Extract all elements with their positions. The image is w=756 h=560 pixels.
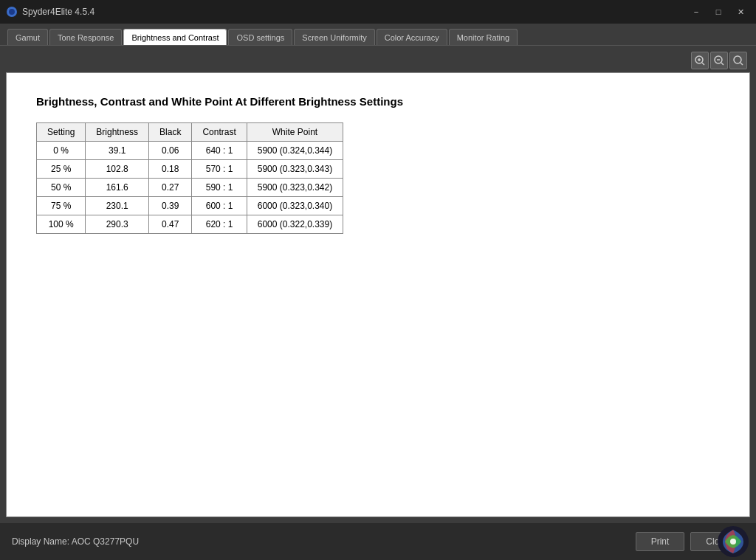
table-cell: 640 : 1 — [192, 142, 247, 160]
table-cell: 75 % — [37, 197, 86, 215]
table-body: 0 %39.10.06640 : 15900 (0.324,0.344)25 %… — [37, 142, 343, 234]
content-panel[interactable]: Brightness, Contrast and White Point At … — [6, 72, 750, 517]
app-icon — [6, 6, 18, 18]
spyder-logo — [718, 526, 749, 557]
svg-line-10 — [740, 63, 743, 65]
zoom-out-button[interactable] — [710, 52, 728, 69]
maximize-button[interactable]: □ — [709, 4, 728, 19]
zoom-fit-button[interactable] — [729, 52, 747, 69]
table-cell: 100 % — [37, 215, 86, 234]
table-cell: 5900 (0.323,0.343) — [247, 160, 343, 179]
tab-color-accuracy[interactable]: Color Accuracy — [377, 29, 447, 45]
table-cell: 5900 (0.324,0.344) — [247, 142, 343, 160]
table-cell: 25 % — [37, 160, 86, 179]
table-header: SettingBrightnessBlackContrastWhite Poin… — [37, 123, 343, 142]
tab-gamut[interactable]: Gamut — [7, 29, 48, 45]
svg-point-9 — [734, 56, 741, 63]
print-button[interactable]: Print — [636, 532, 685, 551]
report-title: Brightness, Contrast and White Point At … — [36, 95, 720, 108]
tab-bar: GamutTone ResponseBrightness and Contras… — [0, 24, 756, 46]
minimize-button[interactable]: − — [687, 4, 706, 19]
content-inner: Brightness, Contrast and White Point At … — [7, 73, 749, 256]
bottom-bar: Display Name: AOC Q3277PQU Print Close — [0, 523, 756, 560]
table-cell: 0 % — [37, 142, 86, 160]
column-header: Brightness — [86, 123, 149, 142]
table-cell: 600 : 1 — [192, 197, 247, 215]
table-cell: 0.47 — [149, 215, 192, 234]
table-cell: 0.18 — [149, 160, 192, 179]
brightness-contrast-table: SettingBrightnessBlackContrastWhite Poin… — [36, 122, 343, 234]
table-cell: 6000 (0.322,0.339) — [247, 215, 343, 234]
main-area: Brightness, Contrast and White Point At … — [0, 46, 756, 523]
table-row: 25 %102.80.18570 : 15900 (0.323,0.343) — [37, 160, 343, 179]
tab-monitor-rating[interactable]: Monitor Rating — [449, 29, 518, 45]
table-cell: 6000 (0.323,0.340) — [247, 197, 343, 215]
table-cell: 0.39 — [149, 197, 192, 215]
tab-osd-settings[interactable]: OSD settings — [228, 29, 292, 45]
column-header: Black — [149, 123, 192, 142]
table-cell: 590 : 1 — [192, 179, 247, 197]
svg-line-3 — [702, 63, 704, 65]
tab-brightness-contrast[interactable]: Brightness and Contrast — [123, 29, 227, 45]
table-cell: 290.3 — [86, 215, 149, 234]
table-row: 75 %230.10.39600 : 16000 (0.323,0.340) — [37, 197, 343, 215]
table-row: 100 %290.30.47620 : 16000 (0.322,0.339) — [37, 215, 343, 234]
table-cell: 0.06 — [149, 142, 192, 160]
table-cell: 620 : 1 — [192, 215, 247, 234]
svg-point-1 — [9, 9, 15, 15]
table-cell: 230.1 — [86, 197, 149, 215]
title-bar: Spyder4Elite 4.5.4 − □ ✕ — [0, 0, 756, 24]
close-window-button[interactable]: ✕ — [731, 4, 750, 19]
column-header: White Point — [247, 123, 343, 142]
table-cell: 102.8 — [86, 160, 149, 179]
svg-point-12 — [730, 539, 736, 545]
zoom-toolbar — [6, 52, 750, 69]
table-cell: 570 : 1 — [192, 160, 247, 179]
table-row: 50 %161.60.27590 : 15900 (0.323,0.342) — [37, 179, 343, 197]
window-controls: − □ ✕ — [687, 4, 750, 19]
header-row: SettingBrightnessBlackContrastWhite Poin… — [37, 123, 343, 142]
zoom-in-button[interactable] — [691, 52, 709, 69]
table-cell: 50 % — [37, 179, 86, 197]
app-title: Spyder4Elite 4.5.4 — [22, 7, 687, 17]
column-header: Setting — [37, 123, 86, 142]
table-cell: 5900 (0.323,0.342) — [247, 179, 343, 197]
svg-line-7 — [721, 63, 724, 65]
tab-tone-response[interactable]: Tone Response — [49, 29, 122, 45]
tab-screen-uniformity[interactable]: Screen Uniformity — [294, 29, 374, 45]
table-cell: 39.1 — [86, 142, 149, 160]
table-row: 0 %39.10.06640 : 15900 (0.324,0.344) — [37, 142, 343, 160]
table-cell: 161.6 — [86, 179, 149, 197]
column-header: Contrast — [192, 123, 247, 142]
display-name-label: Display Name: AOC Q3277PQU — [12, 536, 139, 547]
table-cell: 0.27 — [149, 179, 192, 197]
